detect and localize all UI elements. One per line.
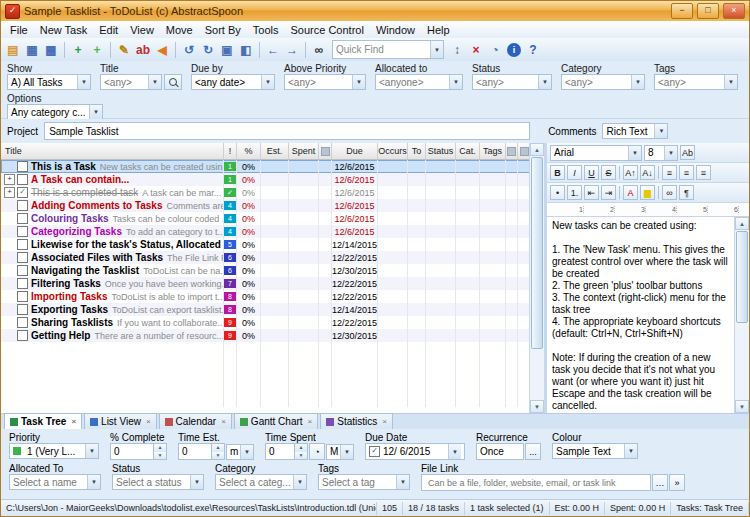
filter-title-combo[interactable]: <any> ▼ [100,74,162,90]
filter-status-combo[interactable]: <any> ▼ [472,74,552,90]
save-all-icon[interactable]: ▩ [42,41,60,59]
italic-button[interactable]: I [567,165,582,180]
filter-allocated-to-combo[interactable]: <anyone> ▼ [375,74,463,90]
task-checkbox[interactable] [17,252,28,263]
task-row[interactable]: Filtering TasksOnce you have been workin… [1,277,544,290]
clock-icon[interactable]: ◔ [309,443,325,460]
calendar-dropdown-icon[interactable]: ▼ [448,444,461,459]
spellcheck-icon[interactable]: ab [134,41,152,59]
column-header-cat-[interactable]: Cat. [456,143,480,159]
prev-task-icon[interactable]: ← [264,41,282,59]
timer-icon[interactable]: ◔ [486,41,504,59]
menu-item-sort-by[interactable]: Sort By [199,23,247,37]
scroll-up-icon[interactable]: ▲ [735,217,749,230]
expand-icon[interactable]: + [4,174,15,185]
column-header-est-[interactable]: Est. [261,143,289,159]
edit-task-icon[interactable]: ✎ [115,41,133,59]
task-checkbox[interactable] [17,239,28,250]
browse-file-icon[interactable]: … [652,474,668,491]
task-checkbox[interactable] [17,161,28,172]
filter-due-by-combo[interactable]: <any date> ▼ [191,74,275,90]
grow-font-button[interactable]: A↑ [623,165,638,180]
undo-icon[interactable]: ↺ [180,41,198,59]
status-combo[interactable]: Select a status ▼ [112,474,204,490]
recurrence-more-button[interactable]: ... [525,443,541,460]
comments-text[interactable]: New tasks can be created using: 1. The '… [547,217,735,413]
time-spent-input[interactable]: 0 [265,443,295,460]
time-spent-spinner[interactable]: ▲▼ [295,443,308,460]
help-icon[interactable]: ? [524,41,542,59]
time-est-spinner[interactable]: ▲▼ [212,443,225,460]
maximize-tasklist-icon[interactable]: ▣ [218,41,236,59]
filter-category-combo[interactable]: <any> ▼ [561,74,645,90]
time-spent-unit-combo[interactable]: M ▼ [326,444,354,460]
due-date-checkbox[interactable]: ✓ [369,446,380,457]
align-left-button[interactable]: ≡ [662,165,677,180]
task-row[interactable]: Importing TasksToDoList is able to impor… [1,290,544,303]
change-case-button[interactable]: Ab [680,145,695,160]
menu-item-view[interactable]: View [124,23,160,37]
info-icon[interactable]: i [507,43,521,57]
align-right-button[interactable]: ≡ [696,165,711,180]
recurrence-input[interactable]: Once [476,443,524,460]
column-header--[interactable]: ! [224,143,237,159]
filter-options-combo[interactable]: Any category c... ▼ [7,104,103,120]
find-tasks-icon[interactable]: ∞ [310,41,328,59]
paragraph-button[interactable]: ¶ [679,185,694,200]
task-row[interactable]: Sharing TasklistsIf you want to collabor… [1,316,544,329]
reminder-icon[interactable]: ◀ [153,41,171,59]
task-checkbox[interactable] [17,213,28,224]
task-checkbox[interactable] [17,174,28,185]
numbered-list-button[interactable]: 1. [567,185,582,200]
quick-find-combo[interactable]: Quick Find▼ [332,40,444,59]
highlight-button[interactable]: ▆ [640,185,655,200]
menu-item-file[interactable]: File [4,23,34,37]
font-size-combo[interactable]: 8 ▼ [644,145,678,161]
column-header-icon[interactable] [319,143,332,159]
shrink-font-button[interactable]: A↓ [640,165,655,180]
menu-item-tools[interactable]: Tools [247,23,285,37]
tab-list-view[interactable]: List View× [84,413,157,429]
due-date-picker[interactable]: ✓ 12/ 6/2015 ▼ [365,443,465,460]
comments-format-combo[interactable]: Rich Text ▼ [602,123,668,139]
menu-item-new-task[interactable]: New Task [34,23,93,37]
close-icon[interactable]: × [146,417,151,426]
filter-tags-combo[interactable]: <any> ▼ [654,74,738,90]
scroll-thumb[interactable] [531,157,543,349]
colour-combo[interactable]: Sample Text ▼ [552,443,638,459]
delete-task-icon[interactable]: × [467,41,485,59]
column-header-icon[interactable] [506,143,518,159]
next-task-icon[interactable]: → [283,41,301,59]
close-icon[interactable]: × [221,417,226,426]
outdent-button[interactable]: ⇤ [584,185,599,200]
new-task-icon[interactable]: + [69,41,87,59]
task-row[interactable]: Exporting TasksToDoList can export taskl… [1,303,544,316]
task-row[interactable]: Adding Comments to TasksComments are a..… [1,199,544,212]
task-checkbox[interactable] [17,317,28,328]
close-icon[interactable]: × [71,417,76,426]
indent-button[interactable]: ⇥ [601,185,616,200]
maximize-comments-icon[interactable]: ◧ [237,41,255,59]
menu-item-edit[interactable]: Edit [93,23,124,37]
tab-gantt-chart[interactable]: Gantt Chart× [234,413,318,429]
category-combo[interactable]: Select a categ... ▼ [215,474,307,490]
minimize-button[interactable]: − [671,3,693,19]
new-subtask-icon[interactable]: + [88,41,106,59]
task-scrollbar[interactable]: ▲ ▼ [529,143,544,413]
menu-item-move[interactable]: Move [160,23,199,37]
time-est-input[interactable]: 0 [178,443,212,460]
task-row[interactable]: Colouring TasksTasks can be colour coded… [1,212,544,225]
column-header-title[interactable]: Title [1,143,224,159]
task-checkbox[interactable] [17,304,28,315]
task-checkbox[interactable] [17,265,28,276]
task-row[interactable]: Likewise for the task's Status, Allocate… [1,238,544,251]
sort-icon[interactable]: ↕ [448,41,466,59]
column-header-to[interactable]: To [408,143,426,159]
restore-button[interactable]: □ [697,3,719,19]
time-est-unit-combo[interactable]: m ▼ [226,444,254,460]
close-button[interactable]: × [723,3,745,19]
menu-item-help[interactable]: Help [421,23,456,37]
task-row[interactable]: Categorizing TasksTo add an category to … [1,225,544,238]
percent-spinner[interactable]: ▲▼ [154,443,167,460]
column-header-due[interactable]: Due [332,143,378,159]
